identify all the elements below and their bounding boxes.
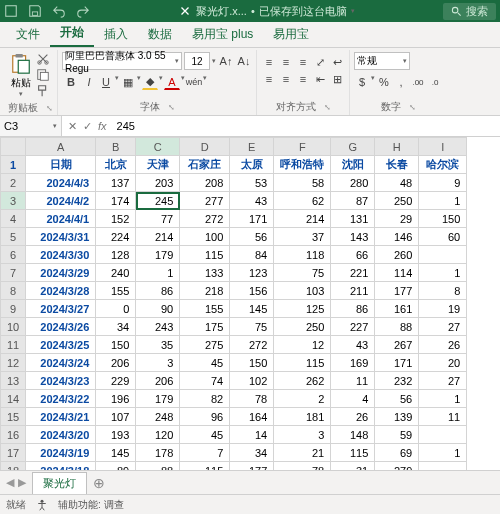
data-cell[interactable]: 1: [419, 264, 467, 282]
data-cell[interactable]: 4: [331, 390, 375, 408]
date-cell[interactable]: 2024/3/28: [26, 282, 96, 300]
data-cell[interactable]: 84: [230, 246, 274, 264]
name-box[interactable]: C3▾: [0, 116, 62, 136]
data-cell[interactable]: 27: [419, 372, 467, 390]
percent-icon[interactable]: %: [376, 74, 392, 90]
select-all-corner[interactable]: [1, 138, 26, 156]
data-cell[interactable]: 175: [180, 318, 230, 336]
date-cell[interactable]: 2024/3/21: [26, 408, 96, 426]
data-cell[interactable]: 1: [419, 444, 467, 462]
tab-data[interactable]: 数据: [138, 21, 182, 47]
data-cell[interactable]: 171: [375, 354, 419, 372]
data-cell[interactable]: 69: [375, 444, 419, 462]
data-cell[interactable]: 146: [375, 228, 419, 246]
currency-icon[interactable]: $: [354, 74, 370, 90]
tab-file[interactable]: 文件: [6, 21, 50, 47]
row-header[interactable]: 16: [1, 426, 26, 444]
tab-yyb-plus[interactable]: 易用宝 plus: [182, 21, 263, 47]
data-cell[interactable]: 156: [230, 282, 274, 300]
row-header[interactable]: 4: [1, 210, 26, 228]
date-cell[interactable]: 2024/3/20: [26, 426, 96, 444]
data-cell[interactable]: 56: [375, 390, 419, 408]
row-header[interactable]: 1: [1, 156, 26, 174]
data-cell[interactable]: 45: [180, 354, 230, 372]
data-cell[interactable]: 77: [136, 210, 180, 228]
row-header[interactable]: 18: [1, 462, 26, 471]
row-header[interactable]: 14: [1, 390, 26, 408]
font-color-button[interactable]: A: [164, 74, 180, 90]
save-icon[interactable]: [28, 4, 42, 18]
data-cell[interactable]: 150: [419, 210, 467, 228]
data-cell[interactable]: 145: [230, 300, 274, 318]
data-cell[interactable]: 275: [180, 336, 230, 354]
header-cell[interactable]: 沈阳: [331, 156, 375, 174]
header-cell[interactable]: 日期: [26, 156, 96, 174]
date-cell[interactable]: 2024/3/24: [26, 354, 96, 372]
data-cell[interactable]: 232: [375, 372, 419, 390]
spreadsheet-grid[interactable]: ABCDEFGHI1日期北京天津石家庄太原呼和浩特沈阳长春哈尔滨22024/4/…: [0, 137, 500, 470]
data-cell[interactable]: 43: [230, 192, 274, 210]
data-cell[interactable]: 26: [331, 408, 375, 426]
data-cell[interactable]: 27: [419, 318, 467, 336]
data-cell[interactable]: 48: [375, 174, 419, 192]
decrease-font-icon[interactable]: A↓: [236, 53, 252, 69]
data-cell[interactable]: 1: [419, 192, 467, 210]
confirm-icon[interactable]: ✓: [83, 120, 92, 133]
data-cell[interactable]: 211: [331, 282, 375, 300]
data-cell[interactable]: 88: [375, 318, 419, 336]
data-cell[interactable]: 139: [375, 408, 419, 426]
data-cell[interactable]: 56: [230, 228, 274, 246]
data-cell[interactable]: 145: [96, 444, 136, 462]
data-cell[interactable]: 218: [180, 282, 230, 300]
col-header[interactable]: C: [136, 138, 180, 156]
data-cell[interactable]: 3: [136, 354, 180, 372]
date-cell[interactable]: 2024/3/18: [26, 462, 96, 471]
row-header[interactable]: 10: [1, 318, 26, 336]
header-cell[interactable]: 太原: [230, 156, 274, 174]
data-cell[interactable]: 60: [419, 228, 467, 246]
data-cell[interactable]: 203: [136, 174, 180, 192]
data-cell[interactable]: 7: [180, 444, 230, 462]
data-cell[interactable]: 214: [274, 210, 331, 228]
data-cell[interactable]: 267: [375, 336, 419, 354]
data-cell[interactable]: 1: [136, 264, 180, 282]
data-cell[interactable]: 19: [419, 300, 467, 318]
merge-icon[interactable]: ⊞: [329, 71, 345, 87]
data-cell[interactable]: 115: [180, 246, 230, 264]
data-cell[interactable]: 214: [136, 228, 180, 246]
data-cell[interactable]: 133: [180, 264, 230, 282]
data-cell[interactable]: 34: [96, 318, 136, 336]
search-box[interactable]: 搜索: [443, 3, 496, 20]
data-cell[interactable]: 29: [375, 210, 419, 228]
data-cell[interactable]: 206: [96, 354, 136, 372]
data-cell[interactable]: 250: [375, 192, 419, 210]
tab-nav-next-icon[interactable]: ▶: [18, 476, 26, 489]
data-cell[interactable]: 131: [331, 210, 375, 228]
date-cell[interactable]: 2024/4/1: [26, 210, 96, 228]
data-cell[interactable]: 8: [419, 282, 467, 300]
data-cell[interactable]: 118: [274, 246, 331, 264]
data-cell[interactable]: 155: [96, 282, 136, 300]
data-cell[interactable]: 2: [274, 390, 331, 408]
sheet-tab-1[interactable]: 聚光灯: [32, 472, 87, 494]
data-cell[interactable]: 58: [274, 174, 331, 192]
data-cell[interactable]: 272: [230, 336, 274, 354]
data-cell[interactable]: 74: [180, 372, 230, 390]
date-cell[interactable]: 2024/3/30: [26, 246, 96, 264]
col-header[interactable]: H: [375, 138, 419, 156]
wrap-text-icon[interactable]: ↩: [329, 54, 345, 70]
data-cell[interactable]: 115: [180, 462, 230, 471]
number-format-select[interactable]: 常规▾: [354, 52, 410, 70]
data-cell[interactable]: 208: [180, 174, 230, 192]
data-cell[interactable]: 262: [274, 372, 331, 390]
col-header[interactable]: F: [274, 138, 331, 156]
data-cell[interactable]: 243: [136, 318, 180, 336]
data-cell[interactable]: 169: [331, 354, 375, 372]
data-cell[interactable]: 279: [375, 462, 419, 471]
data-cell[interactable]: 177: [375, 282, 419, 300]
data-cell[interactable]: 103: [274, 282, 331, 300]
data-cell[interactable]: 137: [96, 174, 136, 192]
data-cell[interactable]: 150: [230, 354, 274, 372]
data-cell[interactable]: 66: [331, 246, 375, 264]
row-header[interactable]: 3: [1, 192, 26, 210]
